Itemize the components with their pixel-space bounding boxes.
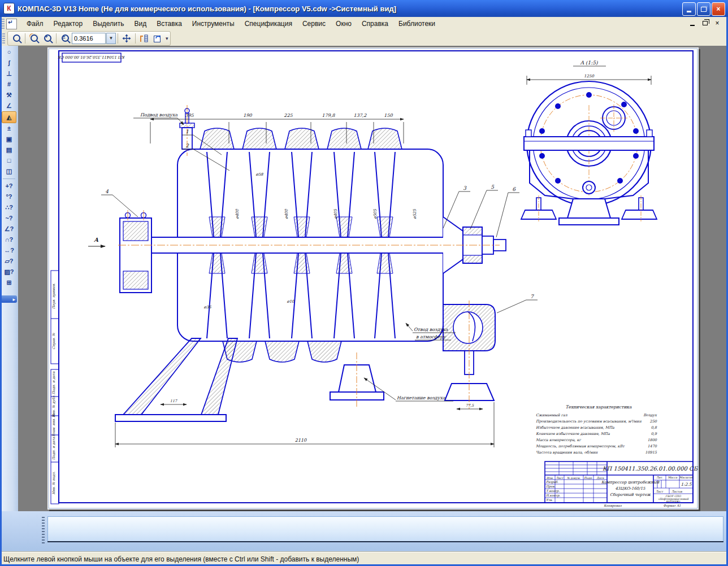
mdi-minimize-button[interactable] bbox=[688, 19, 696, 27]
svg-text:ø400: ø400 bbox=[235, 209, 240, 219]
svg-text:1800: 1800 bbox=[647, 438, 657, 442]
svg-text:ø36: ø36 bbox=[203, 305, 211, 310]
document-icon[interactable] bbox=[6, 19, 17, 29]
svg-text:Подвод воздуха: Подвод воздуха bbox=[140, 112, 177, 117]
svg-text:2110: 2110 bbox=[295, 438, 307, 443]
svg-text:А: А bbox=[94, 237, 99, 243]
mdi-close-button[interactable]: × bbox=[713, 19, 721, 27]
status-hint: Щелкните левой кнопкой мыши на объекте д… bbox=[3, 555, 359, 563]
menu-item-insert[interactable]: Вставка bbox=[151, 18, 187, 29]
grid-tool-icon[interactable]: # bbox=[2, 79, 16, 90]
measure-curve-icon[interactable]: ~? bbox=[2, 213, 16, 224]
minimize-button[interactable] bbox=[682, 2, 696, 16]
svg-text:КП 150411.350.26.01.00.000 СБ: КП 150411.350.26.01.00.000 СБ bbox=[603, 465, 699, 472]
svg-text:137,2: 137,2 bbox=[354, 113, 367, 118]
toolbar-overflow-chevron[interactable]: ▾ bbox=[166, 36, 168, 41]
menu-item-service[interactable]: Сервис bbox=[297, 18, 331, 29]
measure-angle-icon[interactable]: ∠? bbox=[2, 224, 16, 234]
svg-text:4: 4 bbox=[105, 189, 109, 194]
svg-text:395: 395 bbox=[185, 113, 194, 118]
panel-expand-button[interactable]: ▸ bbox=[1, 295, 17, 303]
menu-item-help[interactable]: Справка bbox=[357, 18, 393, 29]
zoom-scale-dropdown[interactable]: ▼ bbox=[106, 33, 116, 44]
svg-text:Подп. и дата: Подп. и дата bbox=[51, 437, 55, 460]
spline-tool-icon[interactable]: ʃ bbox=[2, 58, 16, 68]
svg-text:Лит.: Лит. bbox=[656, 476, 663, 479]
table-tool-icon[interactable]: ▤ bbox=[2, 145, 16, 155]
pan-icon bbox=[122, 34, 131, 43]
svg-text:3: 3 bbox=[463, 185, 467, 191]
magnifier-scale-icon: ± bbox=[62, 34, 69, 42]
measure-mass-icon[interactable]: ▨? bbox=[2, 267, 16, 277]
svg-text:Избыточное давление всасывания: Избыточное давление всасывания, МПа bbox=[536, 425, 614, 430]
left-legs bbox=[115, 338, 237, 421]
zoom-page-button[interactable] bbox=[10, 33, 23, 44]
menu-item-view[interactable]: Вид bbox=[129, 18, 152, 29]
svg-text:колледж»: колледж» bbox=[666, 500, 680, 503]
svg-text:1250: 1250 bbox=[584, 74, 594, 79]
svg-text:43ЦКО-160/15: 43ЦКО-160/15 bbox=[615, 486, 645, 491]
svg-text:Производительность по условиям: Производительность по условиям всасывани… bbox=[536, 419, 642, 424]
menu-item-libraries[interactable]: Библиотеки bbox=[393, 18, 440, 29]
svg-text:Формат A1: Формат A1 bbox=[663, 504, 681, 508]
repair-tool-icon[interactable]: ⚒ bbox=[2, 90, 16, 101]
refresh-view-button[interactable] bbox=[151, 33, 164, 44]
perpendicular-tool-icon[interactable]: ⊥ bbox=[2, 68, 16, 79]
measure-coordinates-icon[interactable]: +? bbox=[2, 181, 16, 191]
rebuild-button[interactable] bbox=[137, 33, 151, 44]
geometry-panel-icon[interactable]: ◭ bbox=[2, 111, 16, 123]
measure-area-icon[interactable]: ▱? bbox=[2, 256, 16, 267]
svg-text:Масса: Масса bbox=[668, 476, 678, 479]
constraints-tool-icon[interactable]: ± bbox=[2, 123, 16, 134]
svg-text:Изм.: Изм. bbox=[547, 476, 554, 480]
magnifier-frame-icon bbox=[31, 34, 38, 42]
svg-text:КП 150411.350.26.01.00.000 СБ: КП 150411.350.26.01.00.000 СБ bbox=[58, 55, 125, 59]
menu-item-editor[interactable]: Редактор bbox=[49, 18, 88, 29]
toolbar-drag-handle[interactable] bbox=[2, 33, 5, 43]
svg-text:Листов: Листов bbox=[671, 490, 683, 493]
top-left-stamp: КП 150411.350.26.01.00.000 СБ bbox=[58, 53, 125, 62]
mdi-restore-button[interactable] bbox=[701, 19, 709, 27]
property-panel-content[interactable] bbox=[47, 516, 723, 542]
views-tool-icon[interactable]: ◫ bbox=[2, 166, 16, 177]
menu-drag-handle[interactable] bbox=[2, 19, 5, 29]
drawing-sheet[interactable]: КП 150411.350.26.01.00.000 СБ Перв. прим… bbox=[47, 47, 699, 510]
measure-point-icon[interactable]: °? bbox=[2, 191, 16, 202]
angle-tool-icon[interactable]: ∠ bbox=[2, 101, 16, 111]
tree-icon[interactable]: ⊞ bbox=[2, 277, 16, 288]
measure-distance-icon[interactable]: ↔? bbox=[2, 245, 16, 256]
drawing-canvas[interactable]: КП 150411.350.26.01.00.000 СБ Перв. прим… bbox=[18, 46, 728, 511]
svg-text:Инв. № подл.: Инв. № подл. bbox=[51, 471, 55, 494]
svg-text:0,9: 0,9 bbox=[651, 432, 657, 436]
svg-text:Т.контр.: Т.контр. bbox=[546, 489, 560, 493]
measure-arc-icon[interactable]: ∩? bbox=[2, 234, 16, 245]
rebuild-icon bbox=[140, 34, 149, 43]
close-button[interactable]: × bbox=[712, 2, 725, 16]
menu-item-select[interactable]: Выделить bbox=[88, 18, 129, 29]
zoom-scale-input[interactable] bbox=[72, 33, 106, 44]
magnifier-icon bbox=[13, 34, 20, 42]
pan-button[interactable] bbox=[120, 33, 133, 44]
sheet-tool-icon[interactable]: □ bbox=[2, 155, 16, 166]
svg-text:1:2.5: 1:2.5 bbox=[681, 482, 692, 487]
property-panel-handle[interactable] bbox=[42, 517, 45, 545]
restore-button[interactable] bbox=[697, 2, 710, 16]
svg-text:Лист: Лист bbox=[556, 476, 564, 480]
zoom-in-button[interactable]: + bbox=[41, 33, 54, 44]
svg-text:Техническая характеристика: Техническая характеристика bbox=[565, 404, 632, 410]
menu-item-tools[interactable]: Инструменты bbox=[187, 18, 240, 29]
property-panel-divider bbox=[47, 541, 723, 542]
svg-text:Мощность, потребляемая компрес: Мощность, потребляемая компрессором, кВт bbox=[536, 444, 625, 449]
designation-tool-icon[interactable]: ▣ bbox=[2, 134, 16, 145]
menu-item-specification[interactable]: Спецификация bbox=[240, 18, 297, 29]
zoom-frame-button[interactable] bbox=[27, 33, 41, 44]
svg-text:ø505: ø505 bbox=[373, 209, 378, 219]
menu-item-file[interactable]: Файл bbox=[21, 18, 49, 29]
svg-text:Подп. и дата: Подп. и дата bbox=[51, 371, 55, 394]
view-a: А (1:5) 1250 bbox=[521, 60, 657, 225]
circle-tool-icon[interactable]: ○ bbox=[2, 47, 16, 58]
measure-nodes-icon[interactable]: ∴? bbox=[2, 202, 16, 213]
zoom-custom-button[interactable]: ± bbox=[58, 33, 72, 44]
svg-text:Частота вращения вала, об/мин: Частота вращения вала, об/мин bbox=[536, 450, 598, 455]
menu-item-window[interactable]: Окно bbox=[331, 18, 357, 29]
